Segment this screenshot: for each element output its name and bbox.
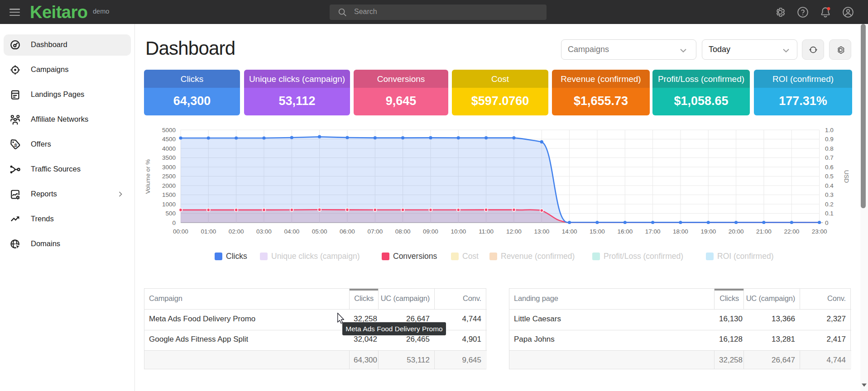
svg-text:20:00: 20:00	[729, 228, 744, 235]
svg-text:1500: 1500	[162, 191, 176, 198]
svg-text:0: 0	[825, 219, 829, 226]
svg-text:22:00: 22:00	[784, 228, 799, 235]
svg-text:0.2: 0.2	[825, 201, 834, 208]
svg-text:16:00: 16:00	[617, 228, 633, 235]
svg-text:500: 500	[165, 210, 176, 217]
svg-text:1000: 1000	[162, 201, 176, 208]
svg-text:3000: 3000	[162, 164, 176, 171]
svg-text:08:00: 08:00	[395, 228, 411, 235]
svg-text:12:00: 12:00	[506, 228, 522, 235]
svg-text:0.6: 0.6	[825, 164, 834, 171]
svg-text:4500: 4500	[162, 136, 176, 143]
svg-text:0.1: 0.1	[825, 210, 834, 217]
svg-text:19:00: 19:00	[700, 228, 716, 235]
svg-text:0.7: 0.7	[825, 154, 834, 161]
svg-text:06:00: 06:00	[340, 228, 355, 235]
svg-text:2500: 2500	[162, 173, 176, 180]
svg-text:0.8: 0.8	[825, 145, 834, 152]
svg-text:01:00: 01:00	[201, 228, 216, 235]
svg-text:2000: 2000	[162, 182, 176, 189]
svg-text:4000: 4000	[162, 145, 176, 152]
svg-text:3500: 3500	[162, 154, 176, 161]
svg-text:5000: 5000	[162, 127, 176, 134]
svg-text:13:00: 13:00	[534, 228, 549, 235]
svg-text:0.4: 0.4	[825, 182, 834, 189]
svg-text:07:00: 07:00	[367, 228, 383, 235]
svg-text:00:00: 00:00	[173, 228, 188, 235]
svg-text:09:00: 09:00	[423, 228, 438, 235]
svg-text:04:00: 04:00	[284, 228, 299, 235]
svg-text:USD: USD	[843, 170, 850, 183]
svg-text:Volume or %: Volume or %	[144, 159, 151, 194]
svg-text:17:00: 17:00	[645, 228, 661, 235]
svg-text:18:00: 18:00	[673, 228, 688, 235]
svg-text:15:00: 15:00	[590, 228, 605, 235]
svg-text:0.3: 0.3	[825, 191, 834, 198]
svg-text:1.0: 1.0	[825, 127, 834, 134]
svg-text:0.9: 0.9	[825, 136, 834, 143]
svg-text:21:00: 21:00	[756, 228, 772, 235]
svg-text:11:00: 11:00	[479, 228, 494, 235]
svg-text:02:00: 02:00	[229, 228, 244, 235]
svg-text:14:00: 14:00	[562, 228, 577, 235]
svg-text:03:00: 03:00	[256, 228, 272, 235]
svg-text:23:00: 23:00	[812, 228, 827, 235]
svg-text:05:00: 05:00	[312, 228, 327, 235]
svg-text:0: 0	[172, 219, 176, 226]
svg-text:10:00: 10:00	[451, 228, 466, 235]
svg-text:0.5: 0.5	[825, 173, 834, 180]
